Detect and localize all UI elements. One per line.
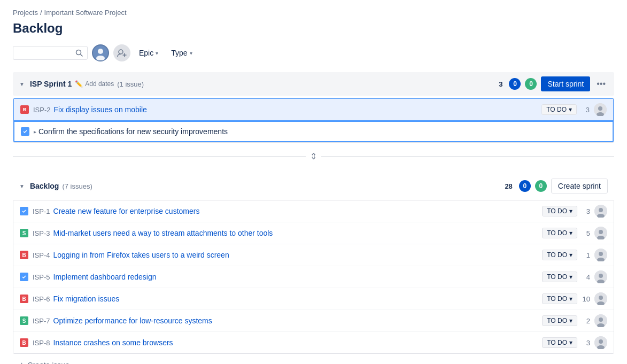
epic-filter-chevron-icon: ▾ [156,50,158,56]
table-row[interactable]: S ISP-7 Optimize performance for low-res… [13,310,614,332]
status-chevron-icon: ▾ [569,317,572,324]
resize-handle-icon: ⇕ [310,151,317,161]
assignee-avatar[interactable] [594,270,607,283]
create-sprint-button[interactable]: Create sprint [551,179,608,193]
svg-point-29 [599,317,603,322]
status-badge[interactable]: TO DO ▾ [542,228,577,238]
svg-point-14 [599,208,603,212]
issue-title-link[interactable]: Optimize performance for low-resource sy… [53,316,212,325]
table-row[interactable]: B ISP-2 Fix display issues on mobile TO … [13,98,614,121]
table-row[interactable]: S ISP-3 Mid-market users need a way to s… [13,222,614,244]
backlog-header-left[interactable]: ▼ Backlog (7 issues) [19,182,505,190]
issue-right: TO DO ▾ 3 [541,103,607,116]
add-member-button[interactable] [113,44,130,61]
assignee-avatar[interactable] [594,249,607,261]
issue-title-link[interactable]: Logging in from Firefox takes users to a… [53,251,229,259]
svg-point-3 [98,49,103,54]
issue-right: TO DO ▾ 5 [542,227,607,239]
status-chevron-icon: ▾ [569,207,572,215]
sprint-collapse-arrow[interactable]: ▼ [19,81,25,87]
backlog-issue-list: ISP-1 Create new feature for enterprise … [13,200,614,354]
assignee-avatar[interactable] [594,205,607,218]
epic-filter-label: Epic [139,49,153,57]
task-icon-2 [20,273,28,281]
table-row[interactable]: B ISP-8 Instance crashes on some browser… [13,332,614,353]
svg-point-20 [599,252,603,256]
search-input[interactable] [18,49,75,57]
breadcrumb-projects[interactable]: Projects [13,9,38,17]
table-row[interactable]: ISP-5 Implement dashboard redesign TO DO… [13,266,614,288]
issue-id: ISP-1 [33,207,50,215]
assignee-avatar[interactable] [594,227,607,239]
toolbar: Epic ▾ Type ▾ [13,44,614,61]
issue-type-bug-icon-3: B [20,338,28,347]
svg-point-11 [598,106,602,111]
sprint-more-button[interactable]: ••• [594,77,608,91]
status-badge[interactable]: TO DO ▾ [541,104,577,115]
backlog-done-badge: 0 [535,180,547,192]
status-badge[interactable]: TO DO ▾ [542,250,577,260]
sprint-issue-list: B ISP-2 Fix display issues on mobile TO … [13,98,614,143]
avatar[interactable] [92,44,109,61]
status-badge[interactable]: TO DO ▾ [542,206,577,216]
issue-title-link[interactable]: Mid-market users need a way to stream at… [53,229,273,237]
assignee-avatar[interactable] [594,292,607,305]
type-filter-button[interactable]: Type ▾ [167,47,196,59]
svg-point-5 [119,50,123,54]
divider-row[interactable]: ⇕ [13,147,614,166]
chevron-right-icon: ▸ [34,129,36,135]
checkbox-checked-icon[interactable] [21,127,29,136]
backlog-collapse-arrow[interactable]: ▼ [19,183,25,189]
assignee-avatar[interactable] [594,103,607,116]
more-icon: ••• [597,79,606,88]
table-row-editing[interactable]: ▸ [13,121,614,142]
story-points: 1 [582,251,590,259]
issue-type-bug-icon: B [20,105,29,114]
create-issue-button[interactable]: + Create issue [13,356,614,364]
story-points: 5 [582,229,590,237]
issue-title-link[interactable]: Create new feature for enterprise custom… [53,207,200,215]
assignee-avatar[interactable] [594,336,607,349]
status-chevron-icon: ▾ [569,339,572,346]
issue-id: ISP-7 [33,317,50,325]
type-filter-label: Type [171,49,187,57]
backlog-header-right: 28 0 0 Create sprint [505,179,608,193]
sprint-header[interactable]: ▼ ISP Sprint 1 ✏️ Add dates (1 issue) 3 … [13,72,614,96]
sprint-done-badge: 0 [525,78,537,90]
assignee-icon [594,103,607,116]
issue-title: Create new feature for enterprise custom… [53,207,543,215]
status-badge[interactable]: TO DO ▾ [542,272,577,282]
table-row[interactable]: B ISP-6 Fix migration issues TO DO ▾ 10 [13,288,614,310]
sprint-story-points: 3 [499,80,502,88]
inline-edit-input[interactable] [38,127,252,136]
create-issue-label: Create issue [27,361,69,364]
assignee-icon [594,270,607,283]
issue-type-story-icon: S [20,229,28,237]
breadcrumb-separator: / [40,9,42,17]
table-row[interactable]: ISP-1 Create new feature for enterprise … [13,200,614,222]
search-box[interactable] [13,46,88,60]
svg-point-26 [599,296,603,300]
epic-filter-button[interactable]: Epic ▾ [135,47,162,59]
issue-title-link[interactable]: Fix migration issues [53,295,120,303]
sprint-header-right: 3 0 0 Start sprint ••• [499,76,608,91]
svg-point-17 [599,230,603,234]
plus-icon: + [19,360,24,364]
issue-title-link[interactable]: Implement dashboard redesign [53,273,157,281]
status-badge[interactable]: TO DO ▾ [542,315,577,326]
assignee-avatar[interactable] [594,314,607,327]
issue-title-link[interactable]: Fix display issues on mobile [54,105,147,114]
status-badge[interactable]: TO DO ▾ [542,337,577,348]
status-badge[interactable]: TO DO ▾ [542,293,577,304]
status-chevron-icon: ▾ [569,106,572,113]
svg-point-23 [599,274,603,278]
table-row[interactable]: B ISP-4 Logging in from Firefox takes us… [13,244,614,266]
backlog-story-points: 28 [505,182,512,190]
start-sprint-button[interactable]: Start sprint [541,76,590,91]
search-button[interactable] [75,49,83,57]
check-icon [21,208,27,214]
divider-line-left [13,156,306,157]
add-dates-button[interactable]: ✏️ Add dates [75,80,114,88]
issue-title-link[interactable]: Instance crashes on some browsers [53,338,173,347]
issue-right: TO DO ▾ 10 [542,292,607,305]
